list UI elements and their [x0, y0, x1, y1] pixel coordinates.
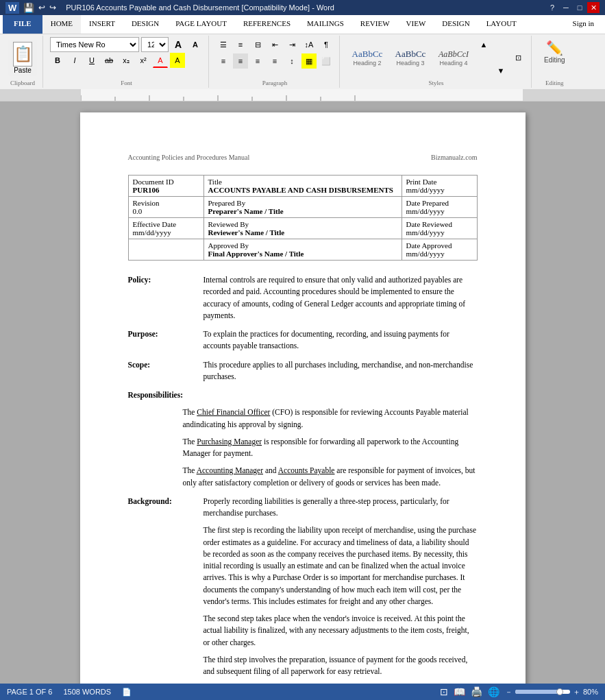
style-label-heading3: Heading 3: [396, 60, 424, 67]
tab-review[interactable]: REVIEW: [352, 15, 398, 34]
font-size-select[interactable]: 12: [141, 37, 169, 52]
doc-id-label: Document ID: [133, 178, 199, 186]
bold-button[interactable]: B: [50, 53, 65, 68]
tab-design[interactable]: DESIGN: [123, 15, 167, 34]
underline-button[interactable]: U: [84, 53, 99, 68]
tab-layout[interactable]: LAYOUT: [478, 15, 525, 34]
revision-cell: Revision 0.0: [128, 197, 203, 218]
style-preview-heading2: AaBbCc: [352, 49, 383, 60]
styles-expand[interactable]: ⊡: [510, 50, 526, 65]
tab-references[interactable]: REFERENCES: [235, 15, 299, 34]
styles-scroll-down[interactable]: ▼: [493, 63, 508, 78]
shading-button[interactable]: ▦: [301, 53, 317, 69]
align-center-button[interactable]: ≡: [233, 53, 248, 69]
zoom-level: 80%: [583, 688, 598, 696]
paragraph-group: ☰ ≡ ⊟ ⇤ ⇥ ↕A ¶ ≡ ≡ ≡ ≡ ↕ ▦ ⬜ Paragraph: [210, 36, 340, 88]
ribbon-tabs: FILE HOME INSERT DESIGN PAGE LAYOUT REFE…: [0, 15, 605, 34]
status-left: PAGE 1 OF 6 1508 WORDS 📄: [7, 688, 132, 697]
tab-view[interactable]: VIEW: [398, 15, 434, 34]
paste-button[interactable]: 📋 Paste: [8, 40, 37, 76]
scope-section: Scope: This procedure applies to all pur…: [128, 359, 478, 383]
style-label-heading4: Heading 4: [439, 60, 467, 67]
styles-scroll-up[interactable]: ▲: [476, 37, 491, 52]
tab-sign-in[interactable]: Sign in: [565, 15, 602, 34]
multilevel-button[interactable]: ⊟: [250, 37, 265, 52]
maximize-button[interactable]: □: [573, 2, 586, 13]
italic-button[interactable]: I: [67, 53, 82, 68]
clipboard-group: 📋 Paste Clipboard: [3, 36, 43, 88]
read-mode-icon[interactable]: 📖: [454, 686, 465, 697]
title-bar-controls: ? ─ □ ✕: [546, 2, 600, 13]
zoom-slider[interactable]: [515, 690, 570, 694]
font-name-select[interactable]: Times New Ro: [50, 37, 139, 52]
layout-icon[interactable]: ⊡: [440, 686, 448, 697]
show-hide-button[interactable]: ¶: [319, 37, 334, 52]
accounts-payable-link[interactable]: Accounts Payable: [278, 466, 335, 474]
revision-label: Revision: [133, 199, 199, 207]
approved-by-cell: Approved By Final Approver's Name / Titl…: [203, 239, 402, 261]
cfo-link[interactable]: Chief Financial Officer: [197, 408, 270, 416]
tab-mailings[interactable]: MAILINGS: [299, 15, 352, 34]
quick-access-redo[interactable]: ↪: [49, 3, 56, 12]
sort-button[interactable]: ↕A: [301, 37, 317, 52]
style-item-heading2[interactable]: AaBbCc Heading 2: [347, 40, 388, 75]
tab-home[interactable]: HOME: [42, 15, 81, 34]
scope-label: Scope:: [128, 359, 197, 383]
date-prepared-cell: Date Prepared mm/dd/yyyy: [402, 197, 477, 218]
align-right-button[interactable]: ≡: [250, 53, 265, 69]
superscript-button[interactable]: x²: [136, 53, 151, 68]
zoom-out-button[interactable]: －: [505, 687, 513, 697]
style-item-heading4[interactable]: AaBbCcI Heading 4: [433, 40, 474, 75]
prepared-by-value: Preparer's Name / Title: [208, 207, 397, 215]
policy-content: Internal controls are required to ensure…: [203, 274, 478, 322]
header-left: Accounting Policies and Procedures Manua…: [128, 154, 250, 161]
style-item-heading3[interactable]: AaBbCc Heading 3: [390, 40, 431, 75]
subscript-button[interactable]: x₂: [119, 53, 134, 68]
close-button[interactable]: ✕: [587, 2, 600, 13]
tab-file[interactable]: FILE: [3, 15, 42, 34]
font-grow-button[interactable]: A: [171, 37, 186, 52]
style-preview-heading4: AaBbCcI: [439, 49, 469, 60]
web-layout-icon[interactable]: 🌐: [488, 686, 499, 697]
decrease-indent-button[interactable]: ⇤: [267, 37, 282, 52]
background-label: Background:: [128, 496, 197, 507]
purpose-label: Purpose:: [128, 328, 197, 352]
reviewed-by-label: Reviewed By: [208, 220, 397, 228]
print-layout-icon[interactable]: 🖨️: [471, 686, 482, 697]
date-prepared-label: Date Prepared: [406, 199, 473, 207]
numbering-button[interactable]: ≡: [233, 37, 248, 52]
doc-print-cell: Print Date mm/dd/yyyy: [402, 176, 477, 197]
purchasing-manager-link[interactable]: Purchasing Manager: [197, 437, 262, 446]
purpose-content: To explain the practices for documenting…: [203, 328, 478, 352]
text-color-button[interactable]: A: [153, 53, 168, 68]
tab-design2[interactable]: DESIGN: [434, 15, 478, 34]
paste-icon: 📋: [13, 42, 32, 67]
bullets-button[interactable]: ☰: [216, 37, 231, 52]
tab-insert[interactable]: INSERT: [81, 15, 123, 34]
style-label-heading2: Heading 2: [353, 60, 381, 67]
ribbon-content: 📋 Paste Clipboard Times New Ro 12 A A B …: [0, 34, 605, 89]
doc-id-cell: Document ID PUR106: [128, 176, 203, 197]
highlight-button[interactable]: A: [170, 53, 185, 68]
strikethrough-button[interactable]: ab: [101, 53, 116, 68]
help-icon[interactable]: ?: [546, 2, 558, 13]
ruler-marks: [81, 89, 523, 101]
quick-access-save[interactable]: 💾: [23, 3, 34, 13]
accounting-manager-link[interactable]: Accounting Manager: [197, 466, 263, 474]
justify-button[interactable]: ≡: [267, 53, 282, 69]
align-left-button[interactable]: ≡: [216, 53, 231, 69]
line-spacing-button[interactable]: ↕: [284, 53, 299, 69]
zoom-thumb: [556, 688, 563, 695]
prepared-by-cell: Prepared By Preparer's Name / Title: [203, 197, 402, 218]
font-shrink-button[interactable]: A: [188, 37, 203, 52]
borders-button[interactable]: ⬜: [319, 53, 334, 69]
tab-page-layout[interactable]: PAGE LAYOUT: [167, 15, 235, 34]
zoom-in-button[interactable]: ＋: [573, 687, 580, 697]
reviewed-by-cell: Reviewed By Reviewer's Name / Title: [203, 218, 402, 239]
quick-access-undo[interactable]: ↩: [38, 3, 45, 12]
increase-indent-button[interactable]: ⇥: [284, 37, 299, 52]
paragraph-row-2: ≡ ≡ ≡ ≡ ↕ ▦ ⬜: [216, 53, 334, 69]
minimize-button[interactable]: ─: [560, 2, 572, 13]
ruler: [0, 89, 605, 101]
table-row-2: Revision 0.0 Prepared By Preparer's Name…: [128, 197, 477, 218]
